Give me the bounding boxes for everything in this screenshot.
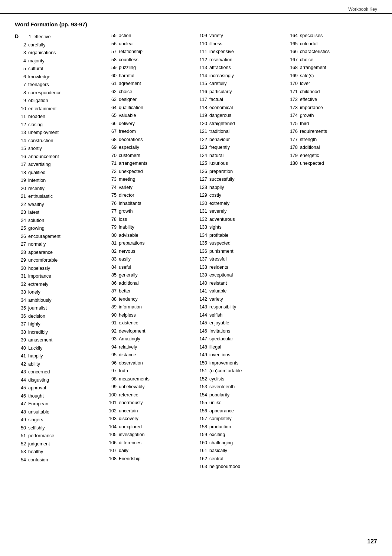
- item-number: 102: [105, 407, 117, 415]
- list-item: 147spectacular: [196, 335, 287, 343]
- item-word: cyclists: [209, 375, 224, 383]
- list-item: 180unexpected: [287, 160, 377, 168]
- list-item: 163neighbourhood: [196, 463, 287, 471]
- list-item: 136punishment: [196, 248, 287, 256]
- item-word: countless: [119, 56, 138, 64]
- item-word: attractions: [209, 64, 231, 72]
- item-word: organisations: [28, 49, 56, 57]
- item-number: 61: [105, 80, 117, 88]
- item-number: 162: [196, 455, 207, 463]
- list-item: 114increasingly: [196, 72, 287, 80]
- list-item: 134profitable: [196, 232, 287, 240]
- list-item: 90helpless: [105, 311, 196, 320]
- list-item: 24solution: [15, 217, 105, 225]
- item-word: preparation: [209, 168, 233, 176]
- item-number: 16: [15, 153, 26, 161]
- item-word: specialises: [300, 32, 323, 40]
- item-word: reference: [119, 391, 138, 399]
- item-word: exciting: [209, 431, 225, 439]
- list-item: 178additional: [287, 144, 377, 152]
- item-number: 110: [196, 40, 207, 48]
- item-number: 144: [196, 311, 207, 320]
- item-number: 147: [196, 335, 207, 343]
- list-item: 85generally: [105, 271, 196, 279]
- item-word: ambitiously: [28, 297, 52, 305]
- list-item: 105investigation: [105, 431, 196, 439]
- item-number: 169: [287, 72, 298, 80]
- item-word: selfish: [209, 311, 222, 320]
- item-number: 96: [105, 359, 117, 367]
- item-number: 4: [15, 57, 26, 65]
- list-item: 113attractions: [196, 64, 287, 72]
- item-word: announcement: [28, 153, 59, 161]
- list-item: 28appearance: [15, 249, 105, 257]
- item-word: judgement: [28, 440, 50, 448]
- list-item: 126preparation: [196, 168, 287, 176]
- list-item: 44disgusting: [15, 376, 105, 385]
- item-number: 166: [287, 48, 298, 56]
- item-word: arrangement: [300, 64, 326, 72]
- column-2: 55action56unclear57relationship58countle…: [105, 32, 196, 471]
- list-item: 16announcement: [15, 153, 105, 161]
- item-number: 79: [105, 223, 117, 232]
- item-word: valuable: [119, 112, 136, 120]
- item-word: characteristics: [300, 48, 330, 56]
- list-item: 12closing: [15, 121, 105, 129]
- item-word: broaden: [28, 113, 45, 121]
- item-number: 85: [105, 271, 117, 279]
- word-list-col1: D1effective2carefully3organisations4majo…: [15, 32, 105, 464]
- list-item: 167choice: [287, 56, 377, 64]
- item-word: appearance: [28, 249, 53, 257]
- list-item: 144selfish: [196, 311, 287, 320]
- item-number: 56: [105, 40, 117, 48]
- item-word: colourful: [300, 40, 317, 48]
- item-word: discovery: [119, 415, 138, 423]
- list-item: 45approval: [15, 384, 105, 392]
- list-item: 48unsuitable: [15, 408, 105, 416]
- item-number: 126: [196, 168, 207, 176]
- list-item: 39amusement: [15, 336, 105, 344]
- list-item: 117factual: [196, 96, 287, 104]
- list-item: 26encouragement: [15, 233, 105, 241]
- item-word: recently: [28, 185, 45, 193]
- item-number: 17: [15, 161, 26, 169]
- item-word: sights: [209, 223, 222, 232]
- item-number: 168: [287, 64, 298, 72]
- item-number: 128: [196, 184, 207, 192]
- item-number: 157: [196, 415, 207, 423]
- item-number: 178: [287, 144, 298, 152]
- item-number: 37: [15, 320, 26, 328]
- list-item: 161basically: [196, 447, 287, 455]
- item-number: 101: [105, 399, 117, 407]
- list-item: 30hopelessly: [15, 265, 105, 273]
- item-number: 35: [15, 304, 26, 313]
- item-number: 10: [15, 105, 26, 113]
- list-item: 106differences: [105, 439, 196, 447]
- list-item: 133sights: [196, 223, 287, 232]
- item-number: 156: [196, 407, 207, 415]
- item-number: 68: [105, 136, 117, 144]
- item-number: 125: [196, 160, 207, 168]
- item-number: 172: [287, 96, 298, 104]
- list-item: 98measurements: [105, 375, 196, 383]
- item-number: 27: [15, 241, 26, 249]
- list-item: 52judgement: [15, 440, 105, 448]
- list-item: 125luxurious: [196, 160, 287, 168]
- list-item: 80advisable: [105, 232, 196, 240]
- item-number: 129: [196, 192, 207, 200]
- item-number: 64: [105, 104, 117, 112]
- item-word: particularly: [209, 88, 232, 96]
- item-word: additional: [119, 279, 139, 288]
- list-item: 107daily: [105, 447, 196, 455]
- list-item: 165colourful: [287, 40, 377, 48]
- item-number: 81: [105, 239, 117, 248]
- item-number: 106: [105, 439, 117, 447]
- item-number: 130: [196, 200, 207, 208]
- item-number: 88: [105, 295, 117, 304]
- item-number: 3: [15, 49, 26, 57]
- list-item: 74variety: [105, 184, 196, 192]
- item-number: 87: [105, 287, 117, 295]
- list-item: 173importance: [287, 104, 377, 112]
- list-item: 15shortly: [15, 145, 105, 153]
- item-word: improvements: [209, 359, 239, 367]
